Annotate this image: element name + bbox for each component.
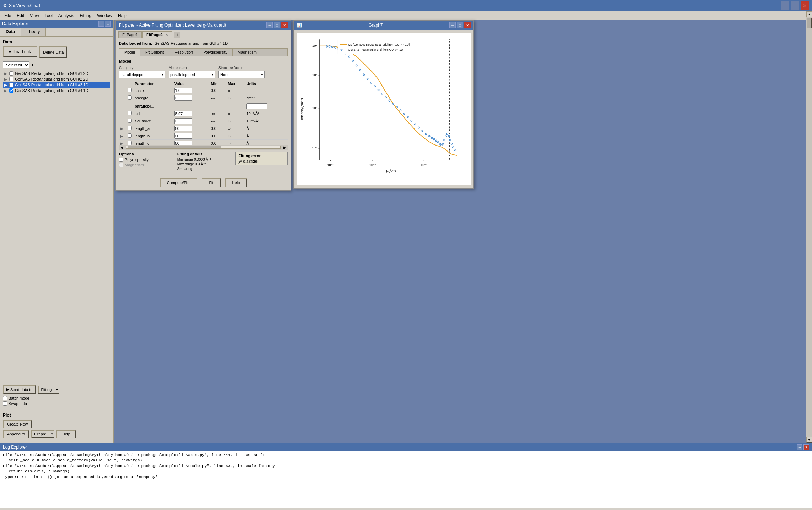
scroll-track[interactable] xyxy=(806,17,812,437)
graph-dropdown[interactable]: Graph5 xyxy=(31,430,54,438)
expand-col-la[interactable]: ▶ xyxy=(119,125,126,132)
load-data-button[interactable]: ▼ Load data xyxy=(3,46,37,57)
param-value-sldsol[interactable] xyxy=(173,117,210,125)
minimize-button[interactable]: ─ xyxy=(781,1,789,10)
batch-mode-checkbox[interactable] xyxy=(3,396,7,400)
svg-point-24 xyxy=(352,60,353,61)
scroll-up-button[interactable]: ▲ xyxy=(806,11,812,17)
send-data-button[interactable]: ▶ Send data to xyxy=(3,385,36,394)
expand-col-lb[interactable]: ▶ xyxy=(119,132,126,140)
checkbox-item-2[interactable] xyxy=(9,77,13,81)
model-tab-magnetism[interactable]: Magnetism xyxy=(233,49,262,56)
max-range-unit: Å⁻¹ xyxy=(201,162,206,166)
smearing-label: Smearing: xyxy=(177,167,194,171)
menu-edit[interactable]: Edit xyxy=(14,12,27,19)
h-scroll-thumb[interactable] xyxy=(128,146,221,148)
magnetism-option-checkbox[interactable] xyxy=(119,163,123,167)
svg-text:10¹: 10¹ xyxy=(312,106,317,110)
check-sldsol[interactable] xyxy=(128,119,132,123)
scroll-right-button[interactable]: ▶ xyxy=(282,146,288,149)
param-units-la: Å xyxy=(245,125,288,132)
plot-help-button[interactable]: Help xyxy=(56,430,76,438)
new-tab-button[interactable]: + xyxy=(174,32,180,38)
expand-col-lc[interactable]: ▶ xyxy=(119,140,126,145)
check-lc[interactable] xyxy=(128,141,132,145)
expand-col-scale xyxy=(119,87,126,94)
scroll-thumb[interactable] xyxy=(807,18,812,28)
fit-tab-1[interactable]: FitPage1 xyxy=(118,31,142,38)
check-sld[interactable] xyxy=(128,111,132,115)
model-tab-fit-options[interactable]: Fit Options xyxy=(140,49,169,56)
log-minimize-button[interactable]: ─ xyxy=(797,444,802,450)
svg-point-41 xyxy=(415,124,416,125)
swap-data-checkbox[interactable] xyxy=(3,401,7,406)
menu-file[interactable]: File xyxy=(1,12,14,19)
compute-plot-button[interactable]: Compute/Plot xyxy=(160,178,198,187)
checkbox-item-4[interactable] xyxy=(9,88,13,93)
check-la[interactable] xyxy=(128,126,132,130)
model-tab-resolution[interactable]: Resolution xyxy=(169,49,198,56)
panel-restore-button[interactable]: □ xyxy=(105,21,111,27)
fit-minimize-button[interactable]: ─ xyxy=(266,22,273,28)
menu-fitting[interactable]: Fitting xyxy=(77,12,94,19)
fit-help-button[interactable]: Help xyxy=(225,178,247,187)
data-point xyxy=(326,46,327,47)
swap-data-label: Swap data xyxy=(9,401,27,406)
check-bg[interactable] xyxy=(128,95,132,100)
graph-maximize-button[interactable]: □ xyxy=(457,22,463,28)
param-name-scale: scale xyxy=(133,87,173,94)
data-item-2[interactable]: ▶ GenSAS Rectangular grid from GUI #2 2D xyxy=(3,76,110,82)
graph-minimize-button[interactable]: ─ xyxy=(449,22,456,28)
check-lb[interactable] xyxy=(128,133,132,138)
fit-tab-2-close-icon[interactable]: ✕ xyxy=(165,33,168,37)
chi-label: χ² xyxy=(238,159,242,164)
data-item-3[interactable]: ▶ GenSAS Rectangular grid from GUI #3 1D xyxy=(3,82,110,88)
menu-analysis[interactable]: Analysis xyxy=(55,12,77,19)
param-value-lb[interactable] xyxy=(173,132,210,140)
maximize-button[interactable]: □ xyxy=(791,1,799,10)
log-close-button[interactable]: ✕ xyxy=(803,444,809,450)
create-new-button[interactable]: Create New xyxy=(3,420,32,428)
structure-factor-select[interactable]: None xyxy=(218,71,265,78)
model-name-select[interactable]: parallelepiped xyxy=(169,71,215,78)
checkbox-item-3[interactable] xyxy=(9,83,13,87)
tab-data[interactable]: Data xyxy=(0,28,21,36)
model-tab-model[interactable]: Model xyxy=(119,49,140,56)
checkbox-item-1[interactable] xyxy=(9,71,13,76)
fit-close-button[interactable]: ✕ xyxy=(281,22,288,28)
check-scale[interactable] xyxy=(128,88,132,92)
h-scroll-track[interactable] xyxy=(126,146,281,149)
data-item-4[interactable]: ▶ GenSAS Rectangular grid from GUI #4 1D xyxy=(3,88,110,93)
graph-close-button[interactable]: ✕ xyxy=(464,22,471,28)
tab-theory[interactable]: Theory xyxy=(21,28,46,36)
param-row-sld-solvent: sld_solve... -∞ ∞ 10⁻⁶/Å² xyxy=(119,117,288,125)
param-value-lc[interactable] xyxy=(173,140,210,145)
append-to-button[interactable]: Append to xyxy=(3,430,29,438)
menu-tool[interactable]: Tool xyxy=(42,12,55,19)
fitting-dropdown[interactable]: Fitting xyxy=(38,386,59,394)
polydispersity-option-checkbox[interactable] xyxy=(119,158,123,162)
menu-help[interactable]: Help xyxy=(115,12,130,19)
fit-tab-2[interactable]: FitPage2 ✕ xyxy=(142,31,172,38)
menu-view[interactable]: View xyxy=(27,12,42,19)
param-value-sld[interactable] xyxy=(173,110,210,117)
param-value-la[interactable] xyxy=(173,125,210,132)
model-tab-polydispersity[interactable]: Polydispersity xyxy=(198,49,233,56)
menu-window[interactable]: Window xyxy=(94,12,115,19)
param-value-bg[interactable] xyxy=(173,94,210,102)
svg-point-18 xyxy=(332,46,333,48)
log-line-2: File "C:\Users\Robert\AppData\Roaming\Py… xyxy=(3,464,809,469)
scroll-left-button[interactable]: ◀ xyxy=(119,146,125,149)
svg-text:Q₀(Å⁻¹): Q₀(Å⁻¹) xyxy=(385,169,396,173)
delete-data-button[interactable]: Delete Data xyxy=(39,46,67,58)
panel-minimize-button[interactable]: ─ xyxy=(98,21,104,27)
category-select[interactable]: Parallelepiped xyxy=(119,71,165,78)
scroll-down-button[interactable]: ▼ xyxy=(806,437,812,443)
data-item-1[interactable]: ▶ GenSAS Rectangular grid from GUI #1 2D xyxy=(3,71,110,76)
param-value-scale[interactable] xyxy=(173,87,210,94)
fit-maximize-button[interactable]: □ xyxy=(274,22,280,28)
svg-point-43 xyxy=(422,130,423,132)
select-all-dropdown[interactable]: Select all xyxy=(3,61,29,68)
fit-button[interactable]: Fit xyxy=(202,178,220,187)
close-button[interactable]: ✕ xyxy=(801,1,809,10)
